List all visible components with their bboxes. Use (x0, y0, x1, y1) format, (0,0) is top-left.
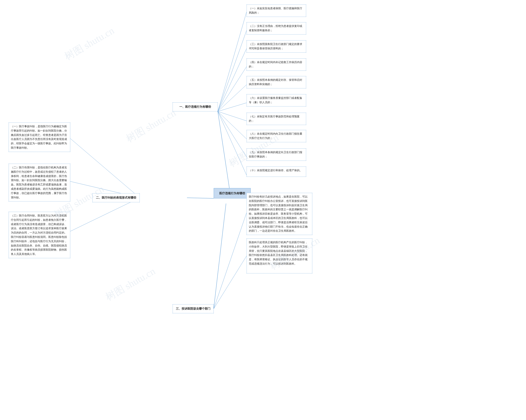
right-box-r4: （四）未在规定时间内补记抢救工作病历内容的； (247, 58, 306, 71)
right-box-r1: （一）未如实告知患者病情、医疗措施和医疗风险的； (247, 5, 306, 17)
watermark-1: 树图 shutu.cn (62, 24, 117, 63)
center-node: 医疗违规行为有哪些 (214, 188, 251, 198)
svg-line-1 (187, 198, 214, 198)
r8-text: （八）未在规定时间内向卫生行政部门报告重大医疗过失行为的； (249, 132, 302, 140)
right-box-r8: （八）未在规定时间内向卫生行政部门报告重大医疗过失行为的； (247, 130, 306, 142)
left-box-l2: （二）医疗伤害纠纷，是指在医疗机构为患者实施医疗行为过程中，故意或过失侵犯了患者… (9, 164, 70, 202)
right-box-r10: （十）未按照规定进行和保存、处理尸体的。 (247, 166, 306, 177)
r5-text: （五）未按照本条例的规定封存、保管和启封病历资料和实物的； (249, 78, 302, 86)
l1-text: （一）医疗事故纠纷，是指医疗行为被确定为医疗事故而引起的纠纷。如一妇女到医院分娩… (11, 125, 67, 149)
bottom-right-box-br2: 医政科只处理具正规的医疗机构产生的医疗纠纷，小到诊所，大到大型医院，即便是审批上… (247, 238, 312, 273)
svg-line-9 (218, 112, 247, 121)
r9-text: （九）未按照本条例的规定向卫生行政部门报告医疗事故的； (249, 151, 302, 158)
svg-line-0 (218, 112, 230, 193)
r6-text: （六）未设置医疗服务质量监控部门或者配备专（兼）职人员的； (249, 96, 302, 104)
r10-text: （十）未按照规定进行和保存、处理尸体的。 (249, 169, 302, 172)
center-node-label: 医疗违规行为有哪些 (219, 191, 245, 195)
bottom-right-box-br1: 医疗纠纷有好几处投诉地点，如果是在医院，可以在医院的医疗纠纷办公室投诉，也可直接… (247, 193, 312, 235)
svg-line-7 (218, 85, 247, 112)
right-box-r9: （九）未按照本条例的规定向卫生行政部门报告医疗事故的； (247, 148, 306, 161)
svg-line-2 (214, 204, 226, 309)
svg-line-6 (218, 67, 247, 112)
left-box-l3: （三）医疗合同纠纷。医患双方认为对方违犯医疗合同引起而引起的纠纷，如患者拖欠医疗… (9, 212, 70, 258)
svg-line-12 (218, 112, 247, 175)
branch2-node: 二、医疗纠纷的表现形式有哪些 (92, 193, 140, 202)
right-box-r5: （五）未按照本条例的规定封存、保管和启封病历资料和实物的； (247, 76, 306, 88)
svg-line-16 (214, 213, 247, 309)
r1-text: （一）未如实告知患者病情、医疗措施和医疗风险的； (249, 7, 302, 14)
left-box-l1: （一）医疗事故纠纷，是指医疗行为被确定为医疗事故而引起的纠纷。如一妇女到医院分娩… (9, 123, 70, 152)
watermark-2: 树图 shutu.cn (124, 106, 178, 145)
branch2-label: 二、医疗纠纷的表现形式有哪些 (96, 195, 136, 200)
right-box-r3: （三）未按照国务院卫生行政部门规定的要求书写和妥善保管病历资料的； (247, 40, 306, 53)
r2-text: （二）没有正当理由，拒绝为患者提供复印或者复制资料服务的； (249, 24, 302, 32)
svg-line-10 (218, 112, 247, 139)
svg-line-13 (68, 137, 140, 198)
branch3-node: 三、投诉医院该去哪个部门 (172, 304, 214, 313)
branch1-label: 一、医疗违规行为有哪些 (179, 105, 211, 109)
watermark-4: 树图 shutu.cn (103, 265, 158, 304)
svg-line-17 (214, 256, 247, 309)
svg-line-4 (218, 31, 247, 112)
l2-text: （二）医疗伤害纠纷，是指在医疗机构为患者实施医疗行为过程中，故意或过失侵犯了患者… (11, 166, 67, 199)
right-box-r2: （二）没有正当理由，拒绝为患者提供复印或者复制资料服务的； (247, 22, 306, 35)
br1-text: 医疗纠纷有好几处投诉地点，如果是在医院，可以在医院的医疗纠纷办公室投诉，也可直接… (249, 195, 308, 232)
right-box-r7: （七）未制定有关医疗事故防范和处理预案的； (247, 113, 306, 125)
br2-text: 医政科只处理具正规的医疗机构产生的医疗纠纷，小到诊所，大到大型医院，即便是审批上… (249, 241, 308, 265)
branch3-label: 三、投诉医院该去哪个部门 (176, 307, 210, 311)
l3-text: （三）医疗合同纠纷。医患双方认为对方违犯医疗合同引起而引起的纠纷，如患者拖欠医疗… (11, 214, 67, 256)
right-box-r6: （六）未设置医疗服务质量监控部门或者配备专（兼）职人员的； (247, 94, 306, 106)
svg-line-5 (218, 49, 247, 112)
branch1-node: 一、医疗违规行为有哪些 (172, 102, 218, 112)
r4-text: （四）未在规定时间内补记抢救工作病历内容的； (249, 61, 302, 68)
svg-line-15 (68, 198, 140, 232)
svg-line-3 (218, 12, 247, 112)
svg-line-11 (218, 112, 247, 157)
svg-line-8 (218, 103, 247, 112)
r7-text: （七）未制定有关医疗事故防范和处理预案的； (249, 115, 300, 122)
r3-text: （三）未按照国务院卫生行政部门规定的要求书写和妥善保管病历资料的； (249, 42, 302, 50)
